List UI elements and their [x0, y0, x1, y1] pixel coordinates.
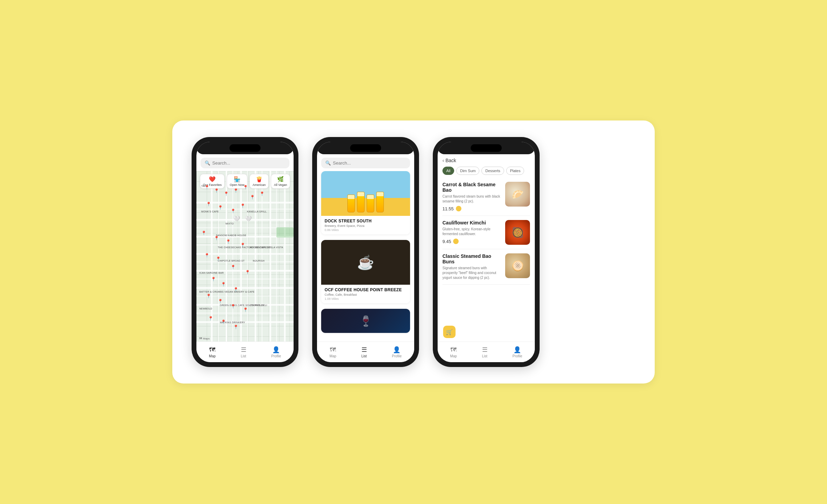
profile-nav-icon-3: 👤	[513, 346, 521, 354]
nav-list-1[interactable]: ☰ List	[241, 346, 246, 358]
nav-profile-2[interactable]: 👤 Profile	[392, 346, 401, 358]
menu-item-img-1: 🥟	[505, 182, 530, 207]
map-pin: 📍	[233, 325, 238, 329]
beer-glass-1	[347, 195, 355, 212]
chevron-left-icon: ‹	[442, 158, 444, 163]
menu-item-price-2: 9.45	[442, 239, 451, 244]
menu-screen: ‹ Back All Dim Sum Desserts Plates	[438, 154, 535, 362]
store-chip-icon: 🏪	[234, 176, 241, 182]
bottom-nav-3: 🗺 Map ☰ List 👤 Profile	[438, 342, 535, 362]
list-nav-icon-2: ☰	[361, 346, 367, 354]
restaurant-tags-2: Coffee, Cafe, Breakfast	[325, 293, 407, 296]
menu-item-info-2: Cauliflower Kimchi Gluten-free, spicy. K…	[442, 220, 502, 244]
road	[232, 171, 233, 342]
nav-map-1[interactable]: 🗺 Map	[209, 346, 215, 358]
menu-items: Carrot & Black Sesame Bao Carrot flavore…	[438, 178, 535, 342]
map-label: NOURISH	[253, 260, 265, 262]
restaurant-list: DOCK STREET SOUTH Brewery, Event Space, …	[317, 171, 414, 342]
map-area: ❤️ Our Favorites 🏪 Open Now 🍟 American	[196, 171, 294, 342]
map-label: MIXTO	[226, 222, 234, 225]
map-label: MONK'S CAFE	[201, 210, 219, 213]
map-pin: 📍	[233, 287, 238, 292]
kimchi-food-icon: 🥘	[512, 227, 524, 238]
tab-desserts[interactable]: Desserts	[481, 167, 504, 175]
menu-item-name-1: Carrot & Black Sesame Bao	[442, 182, 502, 193]
search-icon-1: 🔍	[205, 160, 210, 166]
nav-profile-1[interactable]: 👤 Profile	[271, 346, 281, 358]
restaurant-card-1[interactable]: DOCK STREET SOUTH Brewery, Event Space, …	[321, 171, 410, 234]
map-pin: 📍	[221, 319, 226, 324]
menu-item-desc-1: Carrot flavored steam buns with black se…	[442, 194, 502, 204]
phone-map-screen: 🔍	[196, 142, 294, 362]
bottom-nav-2: 🗺 Map ☰ List 👤 Profile	[317, 342, 414, 362]
list-nav-icon-3: ☰	[482, 346, 488, 354]
menu-item-header-2: Cauliflower Kimchi Gluten-free, spicy. K…	[442, 220, 530, 245]
restaurant-info-2: OCF COFFEE HOUSE POINT BREEZE Coffee, Ca…	[321, 285, 410, 303]
tab-plates[interactable]: Plates	[506, 167, 524, 175]
map-pin: 📍	[250, 195, 255, 200]
map-pin: 📍	[204, 253, 210, 258]
beer-glass-3	[367, 195, 374, 212]
search-input-2[interactable]	[333, 160, 406, 166]
restaurant-card-2[interactable]: ☕ OCF COFFEE HOUSE POINT BREEZE Coffee, …	[321, 240, 410, 303]
restaurant-card-3[interactable]: 🍷	[321, 309, 410, 333]
road	[240, 171, 242, 342]
map-pin: 📍	[214, 188, 219, 193]
map-label: NEWBOLD	[199, 307, 212, 310]
cart-fab[interactable]: 🛒	[443, 326, 456, 338]
menu-item-1[interactable]: Carrot & Black Sesame Bao Carrot flavore…	[442, 178, 530, 216]
restaurant-dist-1: 0.86 Miles	[325, 228, 407, 232]
phone-map: 🔍	[192, 137, 298, 367]
nav-list-label-3: List	[482, 354, 488, 358]
back-label: Back	[446, 158, 456, 163]
restaurant-name-2: OCF COFFEE HOUSE POINT BREEZE	[325, 287, 407, 292]
road	[276, 171, 277, 342]
price-dot-2	[453, 239, 459, 244]
map-label: SANSOM KABOB HOUSE	[216, 234, 246, 237]
maps-label: Maps	[203, 337, 210, 340]
nav-profile-3[interactable]: 👤 Profile	[512, 346, 522, 358]
map-pin-heart: 🤍	[245, 216, 252, 222]
tab-dim-sum[interactable]: Dim Sum	[456, 167, 479, 175]
map-pin: 📍	[231, 265, 236, 270]
map-pin: 📍	[233, 188, 238, 193]
chip-label: All Vegan	[274, 183, 287, 187]
nav-map-2[interactable]: 🗺 Map	[329, 346, 336, 358]
menu-item-desc-2: Gluten-free, spicy. Korean-style ferment…	[442, 227, 502, 237]
nav-list-3[interactable]: ☰ List	[482, 346, 488, 358]
menu-item-price-row-2: 9.45	[442, 239, 502, 244]
road	[226, 171, 227, 342]
notch-2	[317, 142, 414, 154]
map-label: ICAN SARDINE BAR	[199, 272, 224, 274]
search-bar-1[interactable]: 🔍	[201, 158, 289, 168]
back-button[interactable]: ‹ Back	[438, 154, 535, 165]
nav-map-label-2: Map	[329, 354, 336, 358]
green-area	[276, 227, 294, 238]
map-label: COSMI'S DELI	[250, 304, 267, 306]
nav-profile-label-2: Profile	[392, 354, 401, 358]
nav-list-2[interactable]: ☰ List	[361, 346, 367, 358]
search-bar-2[interactable]: 🔍	[321, 158, 410, 168]
nav-map-3[interactable]: 🗺 Map	[450, 346, 457, 358]
chip-vegan[interactable]: 🌿 All Vegan	[271, 174, 290, 189]
map-pin: 📍	[218, 205, 223, 210]
profile-nav-icon-2: 👤	[393, 346, 400, 354]
chip-american[interactable]: 🍟 American	[249, 174, 269, 189]
menu-item-img-2: 🥘	[505, 220, 530, 245]
map-label: KANELLA GRILL	[247, 210, 267, 213]
road	[269, 171, 271, 342]
map-pin: 📍	[243, 307, 248, 312]
menu-item-3[interactable]: Classic Steamed Bao Buns Signature steam…	[442, 249, 530, 285]
bao-food-icon: 🥟	[512, 189, 524, 200]
menu-item-price-1: 11.55	[442, 206, 454, 211]
tab-all[interactable]: All	[442, 167, 454, 175]
phone-menu: ‹ Back All Dim Sum Desserts Plates	[433, 137, 540, 367]
map-pin: 📍	[208, 316, 213, 321]
map-pin: 📍	[226, 239, 231, 244]
search-input-1[interactable]	[212, 160, 285, 166]
menu-item-img-3: 🫓	[505, 253, 530, 278]
chip-label: American	[253, 183, 266, 187]
menu-item-2[interactable]: Cauliflower Kimchi Gluten-free, spicy. K…	[442, 216, 530, 249]
map-pin: 📍	[216, 256, 221, 261]
nav-map-label: Map	[209, 354, 215, 358]
